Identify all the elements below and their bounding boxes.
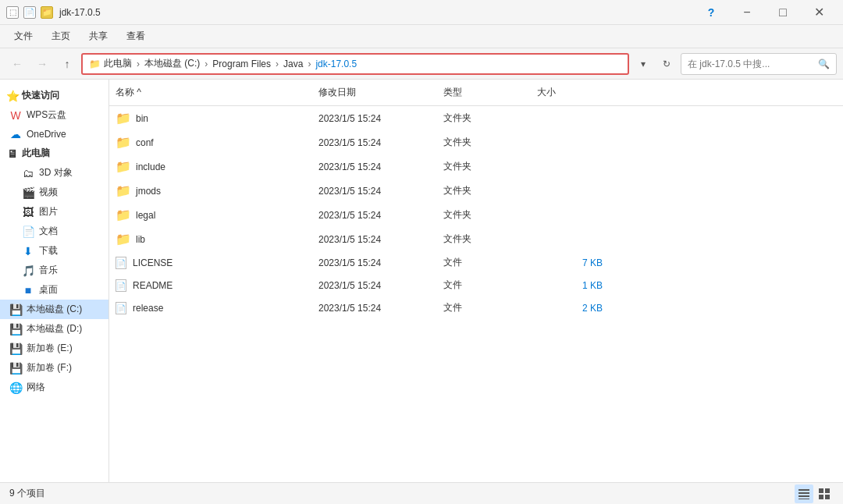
menu-file[interactable]: 文件 xyxy=(6,27,41,46)
menu-share[interactable]: 共享 xyxy=(81,27,116,46)
music-label: 音乐 xyxy=(39,264,58,277)
file-icon: 📄 xyxy=(116,257,126,269)
forward-button[interactable]: → xyxy=(31,53,53,75)
network-label: 网络 xyxy=(27,381,45,394)
file-size xyxy=(531,212,609,218)
drive-c-label: 本地磁盘 (C:) xyxy=(27,303,82,316)
title-icon-2: 📄 xyxy=(23,6,36,19)
music-icon: 🎵 xyxy=(22,264,34,277)
sidebar-item-thispc[interactable]: 🖥 此电脑 xyxy=(0,144,108,163)
file-type: 文件 xyxy=(437,275,531,295)
drive-e-label: 新加卷 (E:) xyxy=(27,342,73,355)
close-button[interactable]: ✕ xyxy=(801,0,837,25)
table-row[interactable]: 📁 lib 2023/1/5 15:24 文件夹 xyxy=(109,227,843,251)
sidebar-item-onedrive[interactable]: ☁ OneDrive xyxy=(0,125,108,144)
file-date: 2023/1/5 15:24 xyxy=(312,254,437,272)
header-date[interactable]: 修改日期 xyxy=(312,83,437,102)
table-row[interactable]: 📄 README 2023/1/5 15:24 文件 1 KB xyxy=(109,274,843,296)
folder-icon: 📁 xyxy=(116,111,131,126)
sidebar-item-video[interactable]: 🎬 视频 xyxy=(12,183,108,202)
address-box[interactable]: 📁 此电脑 › 本地磁盘 (C:) › Program Files › Java… xyxy=(81,53,629,75)
file-date: 2023/1/5 15:24 xyxy=(312,207,437,224)
file-date: 2023/1/5 15:24 xyxy=(312,110,437,127)
table-row[interactable]: 📄 release 2023/1/5 15:24 文件 2 KB xyxy=(109,296,843,319)
sidebar-item-drive-e[interactable]: 💾 新加卷 (E:) xyxy=(0,339,108,358)
file-type: 文件 xyxy=(437,253,531,272)
view-details-button[interactable] xyxy=(795,484,813,503)
header-size[interactable]: 大小 xyxy=(531,83,609,102)
table-row[interactable]: 📁 legal 2023/1/5 15:24 文件夹 xyxy=(109,203,843,227)
sidebar-item-documents[interactable]: 📄 文档 xyxy=(12,222,108,241)
onedrive-label: OneDrive xyxy=(27,129,66,140)
menu-home[interactable]: 主页 xyxy=(44,27,78,46)
file-type: 文件夹 xyxy=(437,181,531,201)
sidebar-item-3dobjects[interactable]: 🗂 3D 对象 xyxy=(12,163,108,183)
table-row[interactable]: 📁 bin 2023/1/5 15:24 文件夹 xyxy=(109,106,843,130)
sidebar-item-wps[interactable]: W WPS云盘 xyxy=(0,105,108,125)
file-size: 2 KB xyxy=(531,300,609,317)
table-row[interactable]: 📁 jmods 2023/1/5 15:24 文件夹 xyxy=(109,179,843,203)
file-type: 文件夹 xyxy=(437,133,531,152)
quickaccess-label: 快速访问 xyxy=(22,89,59,102)
breadcrumb-sep-2: › xyxy=(205,59,208,69)
sidebar-item-desktop[interactable]: ■ 桌面 xyxy=(12,280,108,300)
back-button[interactable]: ← xyxy=(6,53,28,75)
drive-d-label: 本地磁盘 (D:) xyxy=(27,322,82,335)
tiles-icon xyxy=(818,488,831,500)
pc-icon: 🖥 xyxy=(6,147,19,160)
breadcrumb-drive: 本地磁盘 (C:) xyxy=(144,57,200,70)
folder-icon: 📁 xyxy=(116,135,131,150)
dropdown-button[interactable]: ▾ xyxy=(632,53,654,75)
file-list-area: 名称 ^ 修改日期 类型 大小 📁 bin 2023/1/5 15:24 文件夹… xyxy=(109,80,843,482)
svg-rect-0 xyxy=(799,489,809,491)
search-box[interactable]: 🔍 xyxy=(681,53,837,75)
svg-rect-7 xyxy=(825,495,830,499)
file-type: 文件夹 xyxy=(437,157,531,176)
breadcrumb-jdk: jdk-17.0.5 xyxy=(315,59,357,69)
menu-view[interactable]: 查看 xyxy=(119,27,153,46)
menu-bar: 文件 主页 共享 查看 xyxy=(0,25,843,48)
file-name: 📁 jmods xyxy=(109,180,312,201)
file-name: 📄 README xyxy=(109,276,312,295)
sidebar-item-music[interactable]: 🎵 音乐 xyxy=(12,261,108,280)
breadcrumb-sep-4: › xyxy=(308,59,311,69)
breadcrumb-thispc: 此电脑 xyxy=(104,57,132,70)
sidebar-item-drive-c[interactable]: 💾 本地磁盘 (C:) xyxy=(0,300,108,319)
table-row[interactable]: 📁 conf 2023/1/5 15:24 文件夹 xyxy=(109,130,843,154)
help-button[interactable]: ? xyxy=(693,0,729,25)
file-size: 7 KB xyxy=(531,254,609,272)
sidebar-item-drive-d[interactable]: 💾 本地磁盘 (D:) xyxy=(0,319,108,339)
file-size: 1 KB xyxy=(531,277,609,294)
table-row[interactable]: 📄 LICENSE 2023/1/5 15:24 文件 7 KB xyxy=(109,251,843,274)
title-bar-icons: ⬚ 📄 📁 xyxy=(6,6,53,19)
downloads-icon: ⬇ xyxy=(22,245,34,257)
downloads-label: 下载 xyxy=(39,244,58,257)
table-row[interactable]: 📁 include 2023/1/5 15:24 文件夹 xyxy=(109,154,843,179)
window-title: jdk-17.0.5 xyxy=(59,7,693,18)
drive-d-icon: 💾 xyxy=(9,323,22,335)
header-type[interactable]: 类型 xyxy=(437,83,531,102)
sidebar-item-drive-f[interactable]: 💾 新加卷 (F:) xyxy=(0,358,108,378)
file-name: 📁 conf xyxy=(109,132,312,153)
sidebar-item-network[interactable]: 🌐 网络 xyxy=(0,378,108,397)
sidebar-item-pictures[interactable]: 🖼 图片 xyxy=(12,202,108,222)
sidebar-item-downloads[interactable]: ⬇ 下载 xyxy=(12,241,108,261)
wps-icon: W xyxy=(9,109,22,122)
3d-icon: 🗂 xyxy=(22,167,34,179)
file-size xyxy=(531,164,609,170)
sidebar-item-quickaccess[interactable]: ⭐ 快速访问 xyxy=(0,86,108,105)
file-icon: 📄 xyxy=(116,279,126,292)
address-bar-area: ← → ↑ 📁 此电脑 › 本地磁盘 (C:) › Program Files … xyxy=(0,48,843,80)
sidebar: ⭐ 快速访问 W WPS云盘 ☁ OneDrive 🖥 此电脑 🗂 3D 对象 … xyxy=(0,80,109,482)
refresh-button[interactable]: ↻ xyxy=(656,53,678,75)
up-button[interactable]: ↑ xyxy=(56,53,78,75)
minimize-button[interactable]: − xyxy=(729,0,765,25)
desktop-icon: ■ xyxy=(22,284,34,296)
file-name: 📁 bin xyxy=(109,108,312,129)
view-tiles-button[interactable] xyxy=(815,484,834,503)
search-input[interactable] xyxy=(688,59,815,69)
maximize-button[interactable]: □ xyxy=(765,0,801,25)
search-icon: 🔍 xyxy=(818,59,830,69)
file-type: 文件夹 xyxy=(437,229,531,249)
header-name[interactable]: 名称 ^ xyxy=(109,83,312,102)
